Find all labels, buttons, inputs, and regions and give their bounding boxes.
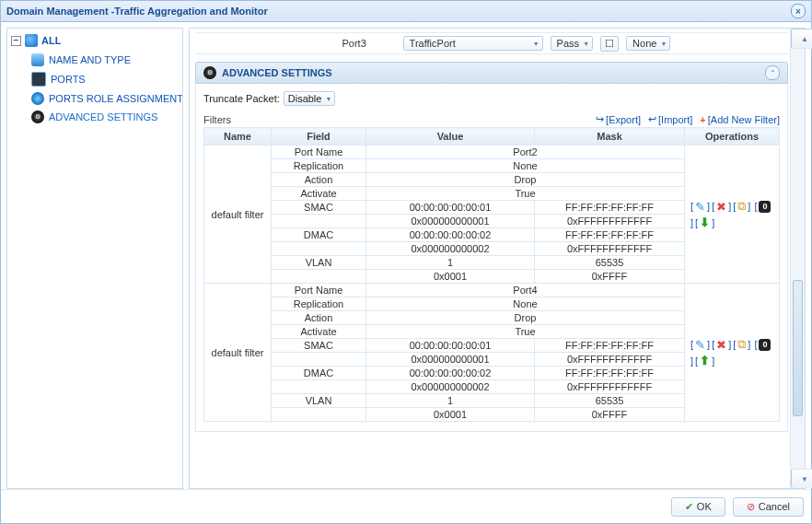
field-cell: Replication (272, 297, 366, 311)
mask-cell: 65535 (535, 394, 685, 408)
chevron-down-icon: ▼ (583, 41, 589, 47)
close-icon[interactable]: × (791, 4, 806, 18)
mask-cell: FF:FF:FF:FF:FF:FF (535, 367, 685, 380)
scroll-up-icon[interactable]: ▲ (791, 29, 812, 49)
import-link[interactable]: ↩[Import] (648, 113, 692, 125)
value-cell: True (366, 325, 685, 339)
field-cell: Activate (272, 187, 366, 201)
scroll-down-icon[interactable]: ▼ (791, 469, 812, 488)
value-cell: 00:00:00:00:00:01 (366, 201, 535, 215)
field-cell: Port Name (272, 146, 366, 159)
col-ops: Operations (685, 128, 780, 146)
mask-cell: 0xFFFF (535, 408, 685, 422)
field-cell: VLAN (272, 394, 366, 408)
sidebar-item-label: PORTS ROLE ASSIGNMENTS (49, 93, 183, 104)
gear-icon (31, 92, 44, 105)
value-cell: 0x000000000001 (366, 353, 535, 367)
collapse-icon[interactable]: ⌃ (765, 65, 780, 80)
advanced-icon: ⚙ (31, 111, 44, 123)
peek-traffic-dropdown[interactable]: TrafficPort▼ (403, 36, 543, 51)
add-filter-link[interactable]: +[Add New Filter] (700, 114, 780, 125)
chevron-down-icon: ▼ (660, 41, 667, 47)
scroll-track[interactable] (791, 49, 805, 469)
chevron-down-icon: ▼ (533, 41, 539, 47)
value-cell: Port2 (366, 146, 685, 159)
main-scroll: Port3 TrafficPort▼ Pass▼ ☐ None▼ ⚙ ADVAN… (190, 29, 805, 488)
dialog-footer: OK Cancel (1, 489, 811, 523)
ports-icon (31, 72, 46, 87)
sidebar-item-ports[interactable]: PORTS (29, 69, 179, 89)
cancel-button[interactable]: Cancel (733, 497, 804, 517)
field-cell: Port Name (272, 284, 366, 297)
value-cell: 00:00:00:00:00:02 (366, 228, 535, 242)
ok-button[interactable]: OK (671, 497, 725, 517)
delete-icon[interactable]: ✖ (716, 200, 726, 214)
value-cell: 1 (366, 256, 535, 270)
field-cell: DMAC (272, 228, 366, 242)
sidebar-item-role-assignments[interactable]: PORTS ROLE ASSIGNMENTS (29, 89, 179, 108)
filters-header: Filters ↪[Export] ↩[Import] +[Add New Fi… (203, 113, 780, 125)
value-cell: 1 (366, 394, 535, 408)
table-row: default filterPort NamePort4[✎][✖][⧉][0]… (204, 284, 780, 297)
truncate-label: Truncate Packet: (203, 93, 280, 104)
value-cell: Drop (366, 311, 685, 325)
scroll-thumb[interactable] (793, 280, 803, 416)
sidebar-item-label: NAME AND TYPE (49, 54, 131, 65)
field-cell: Replication (272, 159, 366, 173)
field-cell: SMAC (272, 339, 366, 353)
peek-none-dropdown[interactable]: None▼ (626, 36, 670, 51)
filters-table: Name Field Value Mask Operations default… (203, 127, 780, 422)
move-down-icon[interactable]: ⬇ (700, 215, 710, 229)
tree-children: NAME AND TYPE PORTS PORTS ROLE ASSIGNMEN… (29, 51, 179, 126)
all-icon (25, 34, 38, 47)
mask-cell: FF:FF:FF:FF:FF:FF (535, 201, 685, 215)
peek-pass-dropdown[interactable]: Pass▼ (551, 36, 593, 51)
window-title: Domain Management -Traffic Aggregation a… (6, 6, 268, 17)
field-cell: Action (272, 173, 366, 187)
col-field: Field (272, 128, 366, 146)
sidebar-item-name-and-type[interactable]: NAME AND TYPE (29, 51, 179, 69)
value-cell: 0x000000000002 (366, 242, 535, 256)
col-value: Value (366, 128, 535, 146)
sidebar-item-label: PORTS (51, 74, 86, 85)
value-cell: Port4 (366, 284, 685, 297)
delete-icon[interactable]: ✖ (716, 338, 726, 352)
reset-icon[interactable]: 0 (759, 339, 771, 351)
field-cell: Action (272, 311, 366, 325)
mask-cell: FF:FF:FF:FF:FF:FF (535, 339, 685, 353)
edit-icon[interactable]: ✎ (695, 338, 705, 352)
truncate-row: Truncate Packet: Disable ▼ (203, 91, 780, 106)
table-row: default filterPort NamePort2[✎][✖][⧉][0]… (204, 146, 780, 159)
tree-collapse-icon[interactable]: − (11, 36, 21, 46)
database-icon (31, 53, 44, 66)
reset-icon[interactable]: 0 (759, 201, 771, 213)
advanced-icon: ⚙ (203, 66, 216, 79)
mask-cell: 0xFFFFFFFFFFFF (535, 353, 685, 367)
copy-icon[interactable]: ⧉ (737, 337, 746, 352)
vertical-scrollbar[interactable]: ▲ ▼ (790, 29, 805, 488)
move-up-icon[interactable]: ⬆ (700, 354, 710, 367)
value-cell: 0x0001 (366, 270, 535, 284)
value-cell: Drop (366, 173, 685, 187)
copy-icon[interactable]: ⧉ (737, 199, 746, 214)
value-cell: True (366, 187, 685, 201)
tree-root[interactable]: − ALL (11, 34, 179, 47)
mask-cell: 0xFFFF (535, 270, 685, 284)
sidebar-item-advanced-settings[interactable]: ⚙ ADVANCED SETTINGS (29, 108, 179, 126)
value-cell: 0x000000000002 (366, 380, 535, 394)
field-cell: DMAC (272, 367, 366, 380)
advanced-panel-title: ADVANCED SETTINGS (222, 67, 332, 78)
dialog-body: − ALL NAME AND TYPE PORTS PORTS ROLE ASS… (1, 22, 811, 489)
advanced-panel-header: ⚙ ADVANCED SETTINGS ⌃ (195, 62, 788, 84)
filter-name-cell: default filter (204, 284, 272, 422)
edit-icon[interactable]: ✎ (695, 200, 705, 214)
main-panel: Port3 TrafficPort▼ Pass▼ ☐ None▼ ⚙ ADVAN… (189, 28, 806, 489)
value-cell: None (366, 297, 685, 311)
value-cell: 0x0001 (366, 408, 535, 422)
tree-root-label: ALL (41, 35, 61, 46)
dialog-window: Domain Management -Traffic Aggregation a… (0, 0, 812, 524)
peek-extra-button[interactable]: ☐ (600, 36, 619, 52)
export-link[interactable]: ↪[Export] (596, 113, 641, 125)
truncate-select[interactable]: Disable ▼ (284, 91, 336, 106)
mask-cell: 65535 (535, 256, 685, 270)
